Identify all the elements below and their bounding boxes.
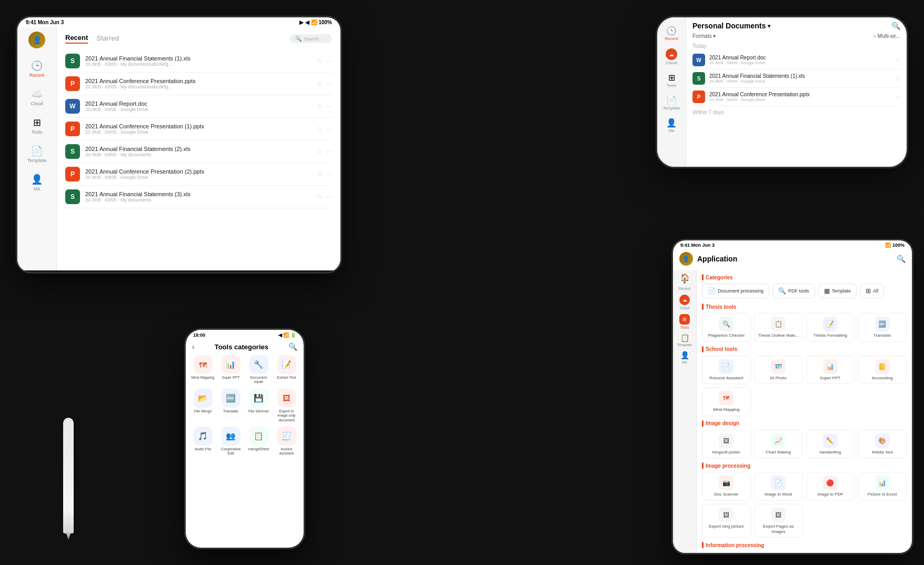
pb-tool-grid: 🗺 Mind Mapping 📊 Super PPT 🔧 Document re… [186,355,304,456]
sidebar-item-template[interactable]: 📄 Template [21,141,53,167]
sidebar-item-cloud[interactable]: ☁️ Cloud [21,84,53,110]
more-icon[interactable]: ··· [327,193,332,200]
list-item[interactable]: P 2021 Annual Conference Presentation (1… [65,118,332,140]
star-icon[interactable]: ☆ [317,170,323,178]
list-item[interactable]: P 2021 Annual Conference Presentation.pp… [692,88,900,106]
phone-bottom-middle-device: 18:00 ◀ 📶 🔋 ‹ Tools categories 🔍 🗺 Mind … [184,328,305,549]
more-icon[interactable]: ··· [327,57,332,65]
phone-sidebar-recent[interactable]: 🕒 Recent [658,23,685,44]
tool-item[interactable]: 🗺 Mind Mapping [191,355,215,385]
tool-item[interactable]: 👥 Cooperative Edit [219,427,243,456]
tool-item[interactable]: 🎵 Audio File [191,427,215,456]
list-item[interactable]: P 2021 Annual Conference Presentation.pp… [65,73,332,95]
more-icon[interactable]: ··· [327,125,332,133]
tab-recent[interactable]: Recent [65,34,88,44]
tool-cell[interactable]: 📷 Doc Scanner [702,472,751,501]
category-button[interactable]: ⊞All [860,284,884,298]
tool-cell-label: Plagiarism Checker [708,333,745,338]
tool-cell[interactable]: 🗺 Mind Mapping [702,387,751,416]
tool-cell-icon: 🔤 [875,317,890,331]
tool-item[interactable]: 🧾 Invoice assistant [275,427,298,456]
tool-label: Export to image-only document [275,409,298,422]
tool-cell[interactable]: 📝 Thesis Formatting [806,313,855,342]
back-button[interactable]: ‹ [192,342,195,351]
star-icon[interactable]: ☆ [317,103,323,110]
tool-item[interactable]: 🖼 Export to image-only document [275,389,298,422]
category-button[interactable]: ▦Template [818,284,857,298]
more-icon[interactable]: ··· [327,170,332,178]
multi-select-button[interactable]: ○ Multi-se... [873,33,900,39]
tbr-sidebar-me[interactable]: 👤 Me [680,351,689,364]
tool-item[interactable]: 🔤 Translate [219,389,243,422]
tbr-sidebar-cloud[interactable]: ☁ Cloud [679,295,690,310]
tool-item[interactable]: 📝 Extract Text [275,355,298,385]
list-item[interactable]: P 2021 Annual Conference Presentation (2… [65,163,332,186]
category-button[interactable]: 🔍PDF tools [772,284,815,298]
star-icon[interactable]: ☆ [317,57,323,65]
tool-cell[interactable]: 🎨 Artistic font [858,430,907,459]
tab-starred[interactable]: Starred [96,34,119,43]
list-item[interactable]: W 2021 Annual Report.doc 20.3KB · 03/05 … [65,95,332,118]
tool-cell[interactable]: 🖼 Kingsoft poster [702,430,751,459]
tool-cell[interactable]: 🔤 Translate [858,313,907,342]
list-item[interactable]: S 2021 Annual Financial Statements (1).x… [65,50,332,73]
phone-sidebar-cloud[interactable]: ☁ Cloud [658,45,685,68]
list-item[interactable]: W 2021 Annual Report.doc 20.3KB · 03/05 … [692,51,900,69]
sidebar-item-tools[interactable]: ⊞ Tools [21,113,53,139]
tool-cell[interactable]: 🔍 Plagiarism Checker [702,313,751,342]
tool-label: Mind Mapping [192,376,215,380]
ipad-search[interactable]: 🔍 Search [290,34,332,43]
star-icon[interactable]: ☆ [317,193,323,200]
tool-cell[interactable]: 🪪 ID Photo [754,356,803,385]
tool-cell[interactable]: 🖼 Export long picture [702,504,751,538]
file-type-icon: S [65,189,80,204]
tool-cell[interactable]: 📊 Picture to Excel [858,472,907,501]
phone-file-name: 2021 Annual Report.doc [709,55,766,60]
phone-search-icon[interactable]: 🔍 [891,22,900,30]
tbr-sidebar-tools[interactable]: ⊞ Tools [679,314,690,329]
tool-item[interactable]: 💾 File Slimmer [247,389,270,422]
phone-sidebar-tools[interactable]: ⊞ Tools [658,69,685,91]
tool-item[interactable]: 🔧 Document repair [247,355,270,385]
list-item[interactable]: S 2021 Annual Financial Statements (3).x… [65,186,332,208]
tbr-sidebar: 🏠 Recent ☁ Cloud ⊞ Tools � [673,270,697,553]
tool-cell[interactable]: ✏️ handwriting [806,430,855,459]
tool-icon: 📋 [249,427,268,446]
more-icon[interactable]: ··· [327,103,332,110]
tbr-section: School tools 📄 Resume Assistant 🪪 ID Pho… [702,346,907,416]
tool-item[interactable]: 📂 File Merge [191,389,215,422]
tool-cell[interactable]: 📈 Chart Making [754,430,803,459]
tool-cell[interactable]: 📋 Thesis Outline Maki... [754,313,803,342]
phone-star-icon[interactable]: ☆ [896,57,900,63]
tool-cell[interactable]: 📊 Super PPT [806,356,855,385]
sidebar-item-me[interactable]: 👤 Me [21,169,53,196]
list-item[interactable]: S 2021 Annual Financial Statements (2).x… [65,140,332,163]
pb-search-icon[interactable]: 🔍 [288,342,297,351]
phone-star-icon[interactable]: ☆ [896,76,900,82]
more-icon[interactable]: ··· [327,80,332,87]
sidebar-item-recent[interactable]: 🕒 Recent [21,56,53,82]
star-icon[interactable]: ☆ [317,125,323,133]
star-icon[interactable]: ☆ [317,148,323,155]
tools-grid: 📄 Resume Assistant 🪪 ID Photo 📊 Super PP… [702,356,907,416]
tool-cell[interactable]: 📄 Image to Word [754,472,803,501]
phone-sidebar-template[interactable]: 📄 Template [658,92,685,114]
star-icon[interactable]: ☆ [317,80,323,87]
tool-cell[interactable]: 📄 Resume Assistant [702,356,751,385]
file-info: 2021 Annual Conference Presentation.pptx… [85,78,317,89]
formats-button[interactable]: Formats ▾ [692,33,716,39]
list-item[interactable]: S 2021 Annual Financial Statements (1).x… [692,69,900,88]
tbr-search-icon[interactable]: 🔍 [897,255,906,263]
tool-item[interactable]: 📊 Super PPT [219,355,243,385]
phone-file-icon: P [692,90,705,103]
phone-sidebar-me[interactable]: 👤 Me [658,115,685,136]
tbr-sidebar-template[interactable]: 📋 Template [677,334,692,347]
tool-cell[interactable]: 🖼 Export Pages as Images [754,504,803,538]
tbr-sidebar-recent[interactable]: 🏠 Recent [679,273,690,290]
tool-cell[interactable]: 📒 Accounting [858,356,907,385]
phone-star-icon[interactable]: ☆ [896,94,900,100]
tool-item[interactable]: 📋 mengeSheet [247,427,270,456]
tool-cell[interactable]: 🔴 Image to PDF [806,472,855,501]
more-icon[interactable]: ··· [327,148,332,155]
category-button[interactable]: 📄Document processing [702,284,769,298]
